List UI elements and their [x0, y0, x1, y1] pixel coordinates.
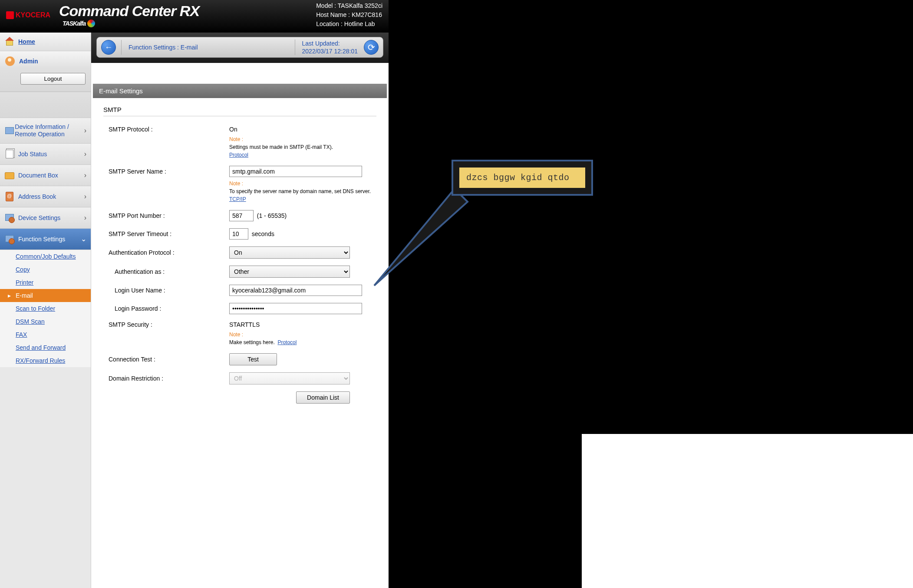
device-settings-icon — [4, 213, 15, 223]
smtp-timeout-label: SMTP Server Timeout : — [109, 230, 229, 237]
breadcrumb-text: Function Settings : E-mail — [129, 44, 295, 51]
job-status-icon — [4, 149, 15, 159]
smtp-protocol-value: On — [229, 126, 376, 133]
test-button[interactable]: Test — [229, 353, 277, 365]
smtp-heading: SMTP — [103, 106, 376, 116]
user-icon — [5, 56, 15, 66]
login-pass-input[interactable] — [229, 303, 362, 314]
chevron-right-icon: › — [84, 193, 86, 200]
address-book-icon — [4, 191, 15, 202]
sidebar-user-row: Admin — [0, 51, 91, 69]
sidebar-spacer — [0, 92, 91, 118]
smtp-security-value: STARTTLS — [229, 321, 376, 328]
nav-document-box[interactable]: Document Box › — [0, 165, 91, 186]
sidebar-home-row[interactable]: Home — [0, 33, 91, 51]
subnav-scan-to-folder[interactable]: Scan to Folder — [0, 302, 91, 315]
smtp-server-label: SMTP Server Name : — [109, 168, 229, 175]
chevron-right-icon: › — [84, 171, 86, 179]
domain-restriction-select[interactable]: Off — [229, 372, 350, 384]
auth-protocol-select[interactable]: On — [229, 246, 350, 259]
subnav-send-and-forward[interactable]: Send and Forward — [0, 341, 91, 354]
auth-protocol-label: Authentication Protocol : — [109, 249, 229, 256]
kyocera-logo: KYOCERA — [6, 11, 50, 19]
form-area: SMTP SMTP Protocol : On Note : Settings … — [91, 98, 389, 415]
subnav-fax[interactable]: FAX — [0, 328, 91, 341]
login-pass-label: Login Password : — [109, 305, 229, 312]
callout-text: dzcs bggw kgid qtdo — [459, 168, 585, 188]
subnav-copy[interactable]: Copy — [0, 263, 91, 276]
chevron-right-icon: › — [84, 127, 86, 135]
security-protocol-link[interactable]: Protocol — [277, 339, 297, 345]
nav-function-settings[interactable]: Function Settings ⌄ — [0, 229, 91, 250]
chevron-down-icon: ⌄ — [81, 235, 86, 243]
smtp-timeout-input[interactable] — [229, 228, 248, 240]
smtp-server-input[interactable] — [229, 166, 362, 177]
auth-as-label: Authentication as : — [109, 268, 229, 275]
connection-test-label: Connection Test : — [109, 356, 229, 363]
last-updated: Last Updated: 2022/03/17 12:28:01 — [295, 39, 358, 55]
nav-job-status[interactable]: Job Status › — [0, 144, 91, 165]
white-block — [582, 434, 913, 588]
smtp-server-note: Note : To specify the server name by dom… — [229, 180, 376, 203]
home-icon — [5, 37, 15, 46]
login-user-input[interactable] — [229, 285, 362, 296]
smtp-port-input[interactable] — [229, 210, 254, 221]
nav-device-information[interactable]: Device Information / Remote Operation › — [0, 118, 91, 144]
breadcrumb-bar: ← Function Settings : E-mail Last Update… — [96, 37, 383, 58]
logout-button[interactable]: Logout — [20, 73, 86, 85]
app-frame: KYOCERA Command Center RX TASKalfa Model… — [0, 0, 389, 588]
subnav-dsm-scan[interactable]: DSM Scan — [0, 315, 91, 328]
chevron-right-icon: › — [84, 214, 86, 222]
content-area: ← Function Settings : E-mail Last Update… — [91, 33, 389, 588]
section-header: E-mail Settings — [93, 84, 387, 98]
document-box-icon — [4, 170, 15, 181]
domain-list-button[interactable]: Domain List — [296, 391, 350, 404]
taskalfa-icon — [87, 20, 95, 27]
device-info-icon — [4, 125, 11, 136]
timeout-unit: seconds — [252, 230, 274, 237]
smtp-protocol-note: Note : Settings must be made in SMTP (E-… — [229, 135, 376, 159]
nav-device-settings[interactable]: Device Settings › — [0, 207, 91, 229]
admin-label: Admin — [19, 58, 38, 65]
password-callout: dzcs bggw kgid qtdo — [452, 160, 593, 196]
port-range: (1 - 65535) — [257, 212, 287, 219]
device-info: Model : TASKalfa 3252ci Host Name : KM27… — [316, 1, 382, 29]
function-settings-icon — [4, 234, 15, 244]
back-button[interactable]: ← — [101, 40, 116, 55]
subnav-rx-forward-rules[interactable]: RX/Forward Rules — [0, 354, 91, 367]
smtp-security-label: SMTP Security : — [109, 321, 229, 328]
smtp-security-note: Note : Make settings here. Protocol — [229, 331, 376, 346]
subnav-printer[interactable]: Printer — [0, 276, 91, 289]
header: KYOCERA Command Center RX TASKalfa Model… — [0, 0, 389, 33]
chevron-right-icon: › — [84, 150, 86, 158]
home-link[interactable]: Home — [18, 38, 35, 45]
auth-as-select[interactable]: Other — [229, 266, 350, 278]
domain-restriction-label: Domain Restriction : — [109, 375, 229, 382]
subnav: Common/Job Defaults Copy Printer E-mail … — [0, 250, 91, 367]
protocol-link[interactable]: Protocol — [229, 152, 248, 158]
smtp-port-label: SMTP Port Number : — [109, 212, 229, 219]
login-user-label: Login User Name : — [109, 287, 229, 294]
logout-row: Logout — [0, 69, 91, 92]
product-title: Command Center RX TASKalfa — [59, 3, 303, 27]
sidebar: Home Admin Logout Device Information / R… — [0, 33, 91, 588]
smtp-protocol-label: SMTP Protocol : — [109, 126, 229, 133]
nav-address-book[interactable]: Address Book › — [0, 186, 91, 207]
taskalfa-label: TASKalfa — [63, 20, 303, 27]
subnav-common-defaults[interactable]: Common/Job Defaults — [0, 250, 91, 263]
subnav-email[interactable]: E-mail — [0, 289, 91, 302]
refresh-button[interactable]: ⟳ — [364, 40, 379, 55]
tcpip-link[interactable]: TCP/IP — [229, 196, 246, 202]
